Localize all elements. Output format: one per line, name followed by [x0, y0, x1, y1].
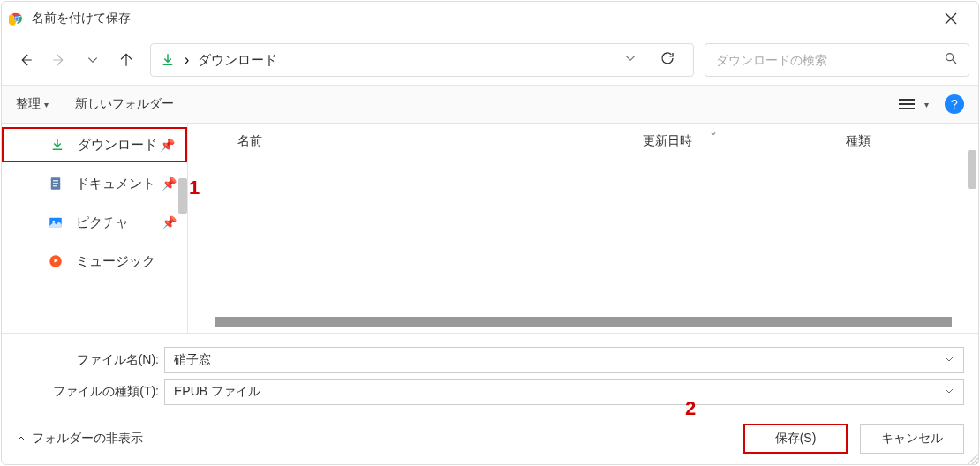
filetype-dropdown[interactable] — [944, 385, 954, 399]
chevron-down-icon — [944, 354, 954, 365]
filename-label: ファイル名(N): — [16, 352, 164, 368]
column-type[interactable]: 種類 — [846, 133, 978, 149]
sort-indicator-icon: ⌄ — [709, 125, 718, 138]
hide-folders-label: フォルダーの非表示 — [32, 431, 143, 447]
chevron-down-icon — [87, 54, 99, 66]
breadcrumb-sep: › — [185, 52, 189, 68]
hide-folders-toggle[interactable]: フォルダーの非表示 — [16, 431, 143, 447]
filetype-select[interactable]: EPUB ファイル — [164, 379, 964, 405]
sidebar-item-label: ダウンロード — [78, 137, 157, 154]
download-icon — [48, 137, 67, 153]
sidebar-item-label: ミュージック — [76, 253, 155, 270]
address-bar[interactable]: › ダウンロード — [150, 43, 694, 77]
filetype-label: ファイルの種類(T): — [16, 384, 164, 400]
chevron-down-icon: ▾ — [44, 100, 49, 109]
form-area: ファイル名(N): 硝子窓 ファイルの種類(T): EPUB ファイル — [2, 333, 978, 413]
filename-value: 硝子窓 — [174, 352, 211, 368]
column-date[interactable]: 更新日時 — [643, 133, 846, 149]
filename-input[interactable]: 硝子窓 — [164, 347, 964, 373]
breadcrumb: ダウンロード — [198, 52, 610, 69]
refresh-button[interactable] — [651, 50, 684, 71]
sidebar-scrollbar[interactable] — [178, 178, 187, 214]
pictures-icon — [46, 214, 65, 230]
arrow-up-icon — [118, 52, 134, 68]
search-box[interactable] — [705, 43, 969, 77]
titlebar: 名前を付けて保存 — [2, 2, 978, 35]
forward-button[interactable] — [44, 45, 74, 75]
search-icon — [944, 51, 958, 65]
column-name[interactable]: 名前 — [237, 133, 643, 149]
search-button[interactable] — [944, 51, 958, 69]
recent-button[interactable] — [78, 45, 108, 75]
chevron-up-icon — [16, 433, 26, 444]
view-menu[interactable] — [894, 99, 919, 109]
filetype-value: EPUB ファイル — [174, 384, 260, 400]
refresh-icon — [660, 50, 675, 66]
new-folder-button[interactable]: 新しいフォルダー — [75, 96, 174, 112]
svg-rect-6 — [53, 183, 58, 184]
sidebar-item-label: ピクチャ — [76, 214, 129, 231]
chevron-down-icon — [624, 52, 637, 64]
file-list[interactable] — [188, 159, 978, 333]
window-title: 名前を付けて保存 — [32, 11, 931, 26]
back-button[interactable] — [11, 45, 41, 75]
svg-rect-7 — [53, 185, 57, 186]
close-button[interactable] — [931, 4, 971, 33]
file-scrollbar-v[interactable] — [968, 150, 976, 189]
sidebar-item-pictures[interactable]: ピクチャ 📌 — [2, 203, 187, 242]
chevron-down-icon — [944, 386, 954, 396]
music-icon — [46, 253, 65, 269]
address-dropdown[interactable] — [619, 52, 642, 68]
svg-rect-5 — [53, 180, 58, 181]
filename-dropdown[interactable] — [944, 353, 954, 367]
search-input[interactable] — [716, 53, 944, 67]
footer: フォルダーの非表示 保存(S) キャンセル — [2, 413, 978, 464]
arrow-right-icon — [51, 52, 67, 68]
chrome-icon — [9, 11, 25, 26]
document-icon — [46, 176, 65, 192]
svg-point-2 — [15, 17, 19, 20]
pin-icon: 📌 — [160, 138, 175, 152]
sidebar-item-label: ドキュメント — [76, 176, 155, 192]
cancel-button[interactable]: キャンセル — [860, 424, 964, 454]
column-headers[interactable]: 名前 更新日時 種類 — [188, 124, 978, 159]
arrow-left-icon — [18, 52, 34, 68]
toolbar: 整理 ▾ 新しいフォルダー ▾ ? — [2, 85, 978, 124]
save-button[interactable]: 保存(S) — [743, 424, 848, 454]
pin-icon: 📌 — [162, 177, 177, 191]
up-button[interactable] — [111, 45, 141, 75]
sidebar: ダウンロード 📌 ドキュメント 📌 ピクチャ 📌 ミュージック — [2, 124, 187, 333]
sidebar-item-music[interactable]: ミュージック — [2, 242, 187, 281]
resize-grip-icon[interactable] — [966, 452, 978, 464]
file-scrollbar-h[interactable] — [215, 317, 952, 327]
file-pane: ⌄ 名前 更新日時 種類 — [187, 124, 978, 333]
pin-icon: 📌 — [162, 215, 177, 229]
sidebar-item-documents[interactable]: ドキュメント 📌 — [2, 164, 187, 203]
download-icon — [160, 52, 176, 68]
close-icon — [945, 12, 957, 25]
svg-point-3 — [946, 54, 954, 61]
chevron-down-icon: ▾ — [924, 100, 929, 109]
sidebar-item-downloads[interactable]: ダウンロード 📌 — [2, 127, 187, 162]
organize-menu[interactable]: 整理 — [16, 96, 41, 112]
nav-bar: › ダウンロード — [2, 35, 978, 85]
help-button[interactable]: ? — [945, 94, 964, 114]
